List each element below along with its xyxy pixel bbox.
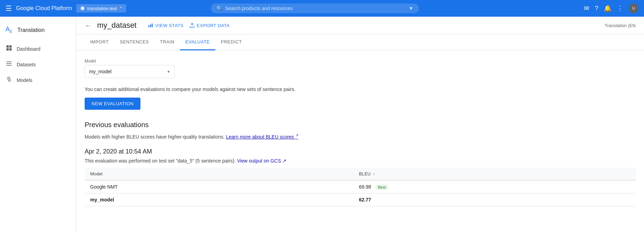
svg-line-14 xyxy=(7,77,8,78)
view-output-gcs-link[interactable]: View output on GCS ↗ xyxy=(237,158,287,164)
view-stats-button[interactable]: VIEW STATS xyxy=(148,23,184,28)
search-bar: 🔍 ▼ xyxy=(211,3,419,13)
avatar[interactable]: U xyxy=(629,3,638,13)
tab-evaluate[interactable]: EVALUATE xyxy=(180,34,215,50)
table-body: Google NMT 69.98 Best my_model xyxy=(85,180,636,206)
table-head: Model BLEU ↓ xyxy=(85,168,636,180)
view-output-text: View output on GCS xyxy=(237,158,281,164)
my-model-name: my_model xyxy=(90,197,114,202)
datasets-icon xyxy=(6,60,12,69)
top-navigation: ☰ Google Cloud Platform translation-test… xyxy=(0,0,644,17)
models-label: Models xyxy=(17,77,32,83)
mail-icon[interactable]: ✉ xyxy=(584,5,589,12)
prev-evals-description: Models with higher BLEU scores have high… xyxy=(85,133,636,140)
svg-text:文: 文 xyxy=(9,30,12,33)
svg-point-1 xyxy=(81,7,84,10)
model-select-container: Model my_model xyxy=(85,59,636,78)
project-selector[interactable]: translation-test ⌃ xyxy=(76,4,126,13)
translation-brand-icon: A文 xyxy=(6,25,14,35)
project-name: translation-test xyxy=(87,6,117,11)
gcs-external-icon: ↗ xyxy=(282,158,286,164)
bleu-value-google-nmt: 69.98 xyxy=(359,184,371,190)
table-header-row: Model BLEU ↓ xyxy=(85,168,636,180)
sidebar-item-datasets[interactable]: Datasets xyxy=(0,57,73,72)
svg-line-15 xyxy=(10,81,11,81)
bleu-description-text: Models with higher BLEU scores have high… xyxy=(85,134,225,140)
external-link-icon: ↗ xyxy=(295,133,299,137)
bleu-value-my-model: 62.77 xyxy=(359,197,371,202)
eval-info-text: This evaluation was performed on test se… xyxy=(85,158,236,164)
learn-more-text: Learn more about BLEU scores xyxy=(226,134,294,140)
dashboard-icon xyxy=(6,44,12,53)
chart-icon xyxy=(148,23,153,28)
sidebar: A文 Translation Dashboard Datasets Models xyxy=(0,17,76,232)
brand-name: Google Cloud Platform xyxy=(16,5,72,11)
bleu-header-label: BLEU xyxy=(359,171,371,176)
eval-info: This evaluation was performed on test se… xyxy=(85,158,636,164)
eval-date: Apr 2, 2020 at 10:54 AM xyxy=(85,148,636,155)
page-header: ← my_dataset VIEW STATS EXPORT DATA Tran… xyxy=(76,17,644,34)
sidebar-item-models[interactable]: Models xyxy=(0,72,73,88)
new-evaluation-button[interactable]: NEW EVALUATION xyxy=(85,98,140,110)
svg-rect-16 xyxy=(148,25,149,27)
tab-sentences[interactable]: SENTENCES xyxy=(114,34,154,50)
header-right-label: Translation (EN xyxy=(604,23,636,28)
main-layout: A文 Translation Dashboard Datasets Models xyxy=(0,17,644,232)
svg-rect-4 xyxy=(7,45,9,48)
bleu-column-header[interactable]: BLEU ↓ xyxy=(353,168,636,180)
best-badge: Best xyxy=(375,184,388,190)
more-icon[interactable]: ⋮ xyxy=(617,5,623,12)
search-icon: 🔍 xyxy=(216,6,222,11)
svg-rect-6 xyxy=(7,48,9,51)
prev-evals-title: Previous evaluations xyxy=(85,121,636,129)
tab-import[interactable]: IMPORT xyxy=(85,34,114,50)
svg-rect-18 xyxy=(152,24,153,27)
model-select[interactable]: my_model xyxy=(85,65,175,78)
table-row: Google NMT 69.98 Best xyxy=(85,180,636,193)
models-icon xyxy=(6,76,12,84)
bleu-cell-google-nmt: 69.98 Best xyxy=(353,180,636,193)
sidebar-brand-label: Translation xyxy=(17,27,45,33)
page-content: Model my_model You can create additional… xyxy=(76,50,644,223)
datasets-label: Datasets xyxy=(17,62,36,67)
svg-rect-7 xyxy=(9,48,12,51)
view-stats-label: VIEW STATS xyxy=(155,23,184,28)
export-icon xyxy=(189,23,195,28)
tab-predict[interactable]: PREDICT xyxy=(215,34,248,50)
svg-point-11 xyxy=(8,78,10,81)
help-icon[interactable]: ? xyxy=(595,5,598,12)
project-dropdown-icon[interactable]: ⌃ xyxy=(119,6,123,11)
previous-evaluations-section: Previous evaluations Models with higher … xyxy=(85,121,636,206)
eval-description: You can create additional evaluations to… xyxy=(85,86,636,92)
svg-rect-17 xyxy=(150,24,151,27)
table-row: my_model 62.77 xyxy=(85,193,636,206)
header-actions: VIEW STATS EXPORT DATA xyxy=(148,23,230,28)
sidebar-item-dashboard[interactable]: Dashboard xyxy=(0,41,73,57)
nav-actions: ✉ ? 🔔 ⋮ U xyxy=(584,3,638,13)
project-icon xyxy=(80,6,85,11)
model-select-label: Model xyxy=(85,59,636,64)
export-data-label: EXPORT DATA xyxy=(197,23,230,28)
menu-icon[interactable]: ☰ xyxy=(6,4,12,13)
back-button[interactable]: ← xyxy=(85,22,92,30)
notifications-icon[interactable]: 🔔 xyxy=(604,5,611,12)
sort-descending-icon: ↓ xyxy=(373,171,375,176)
sidebar-brand: A文 Translation xyxy=(0,22,76,41)
learn-more-bleu-link[interactable]: Learn more about BLEU scores ↗ xyxy=(226,134,299,140)
tabs-bar: IMPORT SENTENCES TRAIN EVALUATE PREDICT xyxy=(76,34,644,50)
search-input[interactable] xyxy=(225,6,406,11)
model-select-value: my_model xyxy=(89,69,112,74)
model-cell-google-nmt: Google NMT xyxy=(85,180,353,193)
eval-results-table: Model BLEU ↓ xyxy=(85,168,636,206)
dashboard-label: Dashboard xyxy=(17,46,41,52)
bleu-cell-my-model: 62.77 xyxy=(353,193,636,206)
search-dropdown-icon[interactable]: ▼ xyxy=(409,6,413,11)
tab-train[interactable]: TRAIN xyxy=(154,34,180,50)
eval-entry-1: Apr 2, 2020 at 10:54 AM This evaluation … xyxy=(85,148,636,206)
page-title: my_dataset xyxy=(97,21,137,30)
model-column-header: Model xyxy=(85,168,353,180)
main-content: ← my_dataset VIEW STATS EXPORT DATA Tran… xyxy=(76,17,644,232)
svg-rect-5 xyxy=(9,45,12,48)
model-cell-my-model: my_model xyxy=(85,193,353,206)
export-data-button[interactable]: EXPORT DATA xyxy=(189,23,230,28)
